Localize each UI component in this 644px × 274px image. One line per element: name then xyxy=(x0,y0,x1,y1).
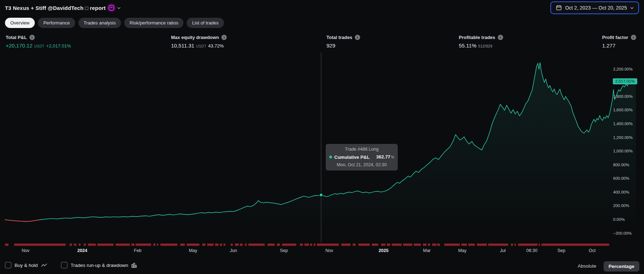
stat-value: 55.11% xyxy=(459,43,477,49)
absolute-mode-button[interactable]: Absolute xyxy=(578,263,596,269)
x-axis-labels[interactable]: Nov2024FebMayJunSepNov2025MarMayJul06:30… xyxy=(0,247,644,256)
tab-list-of-trades[interactable]: List of trades xyxy=(187,18,224,28)
chevron-down-icon[interactable] xyxy=(117,6,121,10)
x-axis-tick: Nov xyxy=(325,248,333,253)
y-axis-tick: −200.00% xyxy=(613,231,632,235)
info-icon[interactable]: i xyxy=(221,35,227,40)
stat-percent: +2,017.01% xyxy=(46,43,71,49)
tab-trades-analysis[interactable]: Trades analysis xyxy=(78,18,121,28)
footer-controls: Buy & hold Trades run-up & drawdown Abso… xyxy=(0,261,644,274)
stat-percent: 43.72% xyxy=(208,43,224,49)
trades-runup-checkbox[interactable] xyxy=(61,262,67,268)
tooltip-timestamp: Mon, Oct 21, 2024, 02:30 xyxy=(329,162,394,167)
stat-label: Total trades xyxy=(326,35,352,40)
y-axis-tick: 2,200.00% xyxy=(613,67,633,71)
bar-chart-icon xyxy=(131,263,137,268)
x-axis-tick: Oct xyxy=(589,248,595,253)
info-icon[interactable]: i xyxy=(631,35,636,40)
stat-profitable-trades: Profitable trades i 55.11% 512/929 xyxy=(459,35,503,49)
tab-risk-performance-ratios[interactable]: Risk/performance ratios xyxy=(124,18,183,28)
x-axis-tick: Mar xyxy=(423,248,431,253)
stats-row: Total P&L i +20,170.12 USDT +2,017.01% M… xyxy=(0,35,644,52)
trades-runup-toggle[interactable]: Trades run-up & drawdown xyxy=(61,262,137,268)
tab-performance[interactable]: Performance xyxy=(38,18,75,28)
y-axis-tick: 600.00% xyxy=(613,176,629,180)
stat-max-drawdown: Max equity drawdown i 10,511.31 USDT 43.… xyxy=(171,35,227,49)
x-axis-tick: Sep xyxy=(280,248,288,253)
trade-tooltip: Trade #486 Long Cumulative P&L 362.77% M… xyxy=(326,144,398,170)
date-range-button[interactable]: Oct 2, 2023 — Oct 20, 2025 xyxy=(550,1,639,14)
stat-detail: 512/929 xyxy=(478,44,492,48)
info-icon[interactable]: i xyxy=(498,35,503,40)
trades-runup-label: Trades run-up & drawdown xyxy=(71,263,128,268)
y-axis-tick: 0.00% xyxy=(613,217,625,222)
line-chart-icon xyxy=(41,263,48,268)
stat-label: Profitable trades xyxy=(459,35,495,40)
stat-currency: USDT xyxy=(34,44,45,48)
stat-label: Total P&L xyxy=(6,35,27,40)
stat-total-pnl: Total P&L i +20,170.12 USDT +2,017.01% xyxy=(6,35,71,49)
x-axis-tick: Sep xyxy=(557,248,565,253)
y-axis-tick: 200.00% xyxy=(613,203,629,208)
cumulative-pnl-chart[interactable]: 2,200.00%1,800.00%1,600.00%1,400.00%1,20… xyxy=(0,51,644,246)
y-axis-tick: 1,200.00% xyxy=(613,135,633,140)
date-range-label: Oct 2, 2023 — Oct 20, 2025 xyxy=(565,5,627,11)
calendar-icon xyxy=(556,5,562,11)
tooltip-value: 362.77 xyxy=(376,154,390,160)
y-axis-tick: 400.00% xyxy=(613,190,629,194)
buy-hold-checkbox[interactable] xyxy=(5,262,11,268)
tooltip-series-name: Cumulative P&L xyxy=(334,155,370,160)
stat-profit-factor: Profit factor i 1.277 xyxy=(602,35,636,49)
y-axis-tick: 1,600.00% xyxy=(613,108,633,112)
x-axis-tick: Nov xyxy=(22,248,29,253)
strategy-calendar-icon[interactable] xyxy=(109,5,114,11)
buy-hold-toggle[interactable]: Buy & hold xyxy=(5,262,48,268)
pnl-line-plot xyxy=(0,51,644,246)
current-value-badge: 2,017.01% xyxy=(613,78,637,84)
chevron-down-icon xyxy=(630,7,634,9)
y-axis-tick: 1,000.00% xyxy=(613,149,633,153)
stat-total-trades: Total trades i 929 xyxy=(326,35,360,49)
stat-value: 1.277 xyxy=(602,43,616,49)
header: T3 Nexus + Stiff @DaviddTech □ report Oc… xyxy=(0,0,644,16)
tooltip-trade-title: Trade #486 Long xyxy=(329,147,394,152)
y-axis-tick: 1,400.00% xyxy=(613,122,633,126)
stat-value: 10,511.31 xyxy=(171,43,194,49)
x-axis-tick: 2024 xyxy=(77,248,87,253)
x-axis-tick: 06:30 xyxy=(526,248,537,253)
stat-label: Profit factor xyxy=(602,35,628,40)
x-axis-tick: Jun xyxy=(230,248,237,253)
report-tabs: Overview Performance Trades analysis Ris… xyxy=(5,18,224,28)
x-axis-tick: 2025 xyxy=(379,248,389,253)
page-title: T3 Nexus + Stiff @DaviddTech □ report xyxy=(5,5,106,11)
backtest-report-page: T3 Nexus + Stiff @DaviddTech □ report Oc… xyxy=(0,0,644,274)
stat-value: 929 xyxy=(326,43,335,49)
x-axis-tick: Feb xyxy=(134,248,142,253)
stat-label: Max equity drawdown xyxy=(171,35,219,40)
report-title-group: T3 Nexus + Stiff @DaviddTech □ report xyxy=(5,5,121,11)
buy-hold-label: Buy & hold xyxy=(15,263,38,268)
tooltip-unit: % xyxy=(391,155,394,159)
stat-value: +20,170.12 xyxy=(6,43,33,49)
info-icon[interactable]: i xyxy=(29,35,35,40)
info-icon[interactable]: i xyxy=(355,35,360,40)
y-axis-tick: 1,800.00% xyxy=(613,94,633,99)
stat-currency: USDT xyxy=(196,44,207,48)
tab-overview[interactable]: Overview xyxy=(5,18,35,28)
y-axis-tick: 800.00% xyxy=(613,163,629,167)
x-axis-tick: May xyxy=(458,248,467,253)
series-color-dot xyxy=(329,156,332,158)
x-axis-tick: Jul xyxy=(500,248,506,253)
x-axis-tick: May xyxy=(189,248,197,253)
percentage-mode-button[interactable]: Percentage xyxy=(604,261,639,272)
